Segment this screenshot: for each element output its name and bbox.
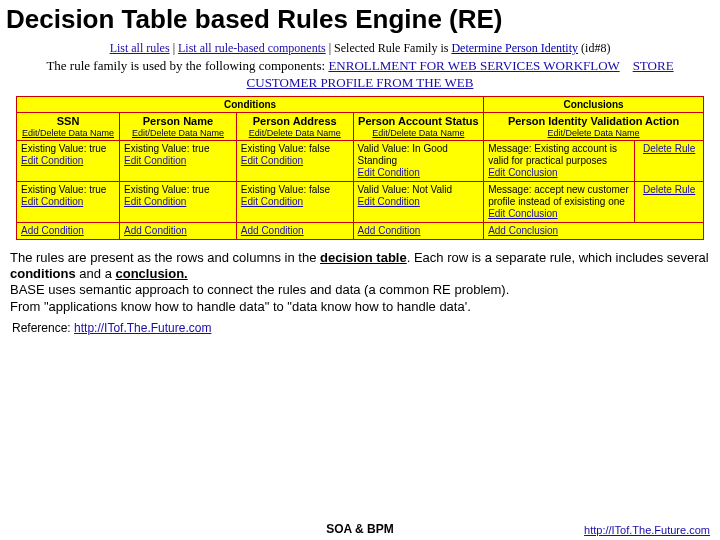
edit-condition-link[interactable]: Edit Condition bbox=[358, 196, 420, 207]
footer: SOA & BPM http://ITof.The.Future.com bbox=[0, 522, 720, 536]
edit-conclusion-link[interactable]: Edit Conclusion bbox=[488, 208, 557, 219]
edit-col-address[interactable]: Edit/Delete Data Name bbox=[249, 128, 341, 138]
footer-link[interactable]: http://ITof.The.Future.com bbox=[584, 524, 710, 536]
edit-col-action[interactable]: Edit/Delete Data Name bbox=[548, 128, 640, 138]
add-row: Add Condition Add Condition Add Conditio… bbox=[17, 222, 704, 239]
edit-conclusion-link[interactable]: Edit Conclusion bbox=[488, 167, 557, 178]
edit-condition-link[interactable]: Edit Condition bbox=[241, 196, 303, 207]
col-account-status: Person Account Status Edit/Delete Data N… bbox=[353, 112, 484, 140]
add-condition-link[interactable]: Add Condition bbox=[124, 225, 187, 236]
add-condition-link[interactable]: Add Condition bbox=[21, 225, 84, 236]
page-title: Decision Table based Rules Engine (RE) bbox=[0, 0, 720, 37]
edit-col-status[interactable]: Edit/Delete Data Name bbox=[372, 128, 464, 138]
edit-condition-link[interactable]: Edit Condition bbox=[241, 155, 303, 166]
col-validation-action: Person Identity Validation Action Edit/D… bbox=[484, 112, 704, 140]
table-row: Existing Value: trueEdit Condition Exist… bbox=[17, 140, 704, 181]
used-by: The rule family is used by the following… bbox=[16, 58, 704, 96]
selected-family-label: Selected Rule Family is bbox=[334, 41, 451, 55]
reference-link[interactable]: http://ITof.The.Future.com bbox=[74, 321, 211, 335]
family-id: (id#8) bbox=[581, 41, 610, 55]
add-condition-link[interactable]: Add Condition bbox=[358, 225, 421, 236]
col-ssn: SSN Edit/Delete Data Name bbox=[17, 112, 120, 140]
description: The rules are present as the rows and co… bbox=[0, 244, 720, 317]
add-conclusion-link[interactable]: Add Conclusion bbox=[488, 225, 558, 236]
rules-panel: List all rules | List all rule-based com… bbox=[16, 39, 704, 240]
list-components-link[interactable]: List all rule-based components bbox=[178, 41, 326, 55]
edit-col-name[interactable]: Edit/Delete Data Name bbox=[132, 128, 224, 138]
edit-condition-link[interactable]: Edit Condition bbox=[21, 155, 83, 166]
decision-table: Conditions Conclusions SSN Edit/Delete D… bbox=[16, 96, 704, 240]
table-row: Existing Value: trueEdit Condition Exist… bbox=[17, 181, 704, 222]
col-person-name: Person Name Edit/Delete Data Name bbox=[120, 112, 237, 140]
col-person-address: Person Address Edit/Delete Data Name bbox=[236, 112, 353, 140]
edit-condition-link[interactable]: Edit Condition bbox=[124, 155, 186, 166]
add-condition-link[interactable]: Add Condition bbox=[241, 225, 304, 236]
edit-condition-link[interactable]: Edit Condition bbox=[21, 196, 83, 207]
conclusions-header: Conclusions bbox=[484, 96, 704, 112]
edit-col-ssn[interactable]: Edit/Delete Data Name bbox=[22, 128, 114, 138]
delete-rule-link[interactable]: Delete Rule bbox=[643, 143, 695, 154]
top-nav: List all rules | List all rule-based com… bbox=[16, 39, 704, 58]
edit-condition-link[interactable]: Edit Condition bbox=[124, 196, 186, 207]
reference: Reference: http://ITof.The.Future.com bbox=[0, 317, 720, 335]
conditions-header: Conditions bbox=[17, 96, 484, 112]
delete-rule-link[interactable]: Delete Rule bbox=[643, 184, 695, 195]
component-link-1[interactable]: ENROLLMENT FOR WEB SERVICES WORKFLOW bbox=[328, 58, 619, 73]
selected-family[interactable]: Determine Person Identity bbox=[451, 41, 578, 55]
edit-condition-link[interactable]: Edit Condition bbox=[358, 167, 420, 178]
list-all-rules-link[interactable]: List all rules bbox=[110, 41, 170, 55]
